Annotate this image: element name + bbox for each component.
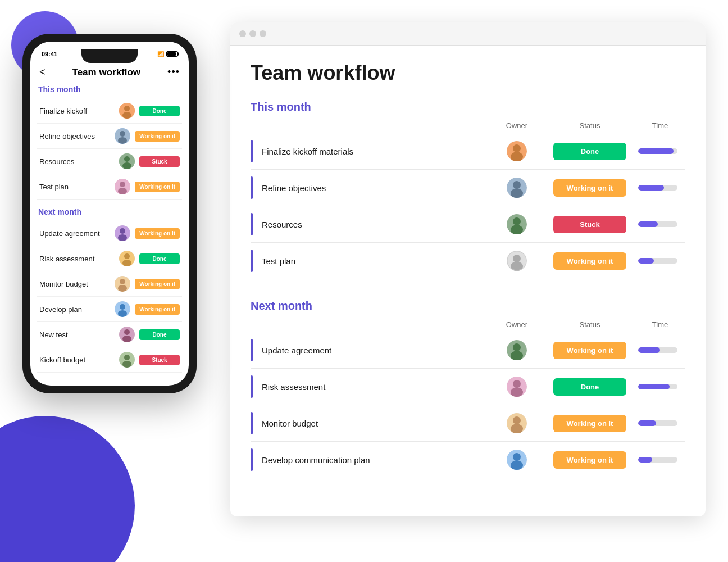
avatar <box>119 251 135 266</box>
next-month-table: Owner Status Time Update agreement <box>251 320 685 478</box>
list-item[interactable]: Resources Stuck <box>37 149 182 174</box>
task-name: New test <box>39 330 115 339</box>
owner-cell <box>489 413 545 433</box>
task-name: Resources <box>262 220 302 229</box>
status-badge: Working on it <box>553 342 626 359</box>
time-bar <box>638 148 677 154</box>
phone-status-icons: 📶 <box>157 51 178 57</box>
avatar <box>115 301 130 317</box>
col-owner-header: Owner <box>489 121 545 130</box>
time-cell <box>635 347 685 353</box>
list-item[interactable]: Kickoff budget Stuck <box>37 347 182 373</box>
time-cell <box>635 148 685 154</box>
svg-point-13 <box>120 228 125 234</box>
task-name-cell: Refine objectives <box>251 170 489 206</box>
status-badge: Working on it <box>135 131 180 142</box>
svg-point-37 <box>513 217 521 225</box>
table-row[interactable]: Risk assessment <box>251 369 685 405</box>
phone-wrapper: 09:41 📶 < Team workflow ••• <box>22 34 197 393</box>
svg-point-23 <box>118 310 127 317</box>
desktop-titlebar <box>230 22 706 46</box>
task-name-cell: Monitor budget <box>251 405 489 441</box>
avatar <box>115 276 130 292</box>
list-item[interactable]: Finalize kickoff Done <box>37 98 182 124</box>
list-item[interactable]: Test plan Working on it <box>37 174 182 200</box>
page-title: Team workflow <box>251 61 685 85</box>
table-row[interactable]: Test plan <box>251 243 685 279</box>
status-badge: Working on it <box>135 279 180 289</box>
task-name: Update agreement <box>39 229 110 238</box>
task-name: Test plan <box>39 183 110 191</box>
table-row[interactable]: Update agreement <box>251 332 685 369</box>
col-owner-header: Owner <box>489 320 545 329</box>
table-row[interactable]: Resources Stu <box>251 206 685 243</box>
phone-more-button[interactable]: ••• <box>167 66 180 78</box>
list-item[interactable]: Risk assessment Done <box>37 246 182 271</box>
time-bar <box>638 420 677 426</box>
task-name: Develop plan <box>39 305 110 314</box>
time-bar-fill <box>638 347 660 353</box>
table-header: Owner Status Time <box>251 320 685 332</box>
svg-point-4 <box>120 131 125 137</box>
desktop-this-month-label: This month <box>251 101 685 114</box>
task-name: Risk assessment <box>262 382 325 392</box>
task-name: Finalize kickoff <box>39 107 115 115</box>
time-bar-fill <box>638 258 654 264</box>
table-row[interactable]: Monitor budget <box>251 405 685 442</box>
svg-point-40 <box>513 255 521 262</box>
task-name-cell: Resources <box>251 206 489 242</box>
titlebar-dot-yellow <box>249 30 256 37</box>
time-bar-fill <box>638 384 670 389</box>
status-cell: Done <box>545 143 635 160</box>
phone-screen: 09:41 📶 < Team workflow ••• <box>30 42 189 386</box>
table-row[interactable]: Finalize kickoff materials <box>251 133 685 170</box>
owner-cell <box>489 178 545 198</box>
task-name: Update agreement <box>262 346 331 355</box>
svg-point-2 <box>122 112 131 119</box>
titlebar-dot-red <box>239 30 246 37</box>
avatar <box>119 352 135 368</box>
task-name-cell: Update agreement <box>251 332 489 368</box>
status-badge: Working on it <box>135 182 180 192</box>
phone-content: This month Finalize kickoff Done <box>30 85 189 373</box>
svg-point-50 <box>513 416 521 424</box>
avatar <box>115 225 130 241</box>
status-cell: Stuck <box>545 216 635 233</box>
svg-point-44 <box>513 343 521 351</box>
list-item[interactable]: Develop plan Working on it <box>37 297 182 322</box>
row-border <box>251 176 253 199</box>
svg-point-5 <box>118 137 127 144</box>
task-name-cell: Test plan <box>251 243 489 279</box>
col-task-header <box>260 121 489 130</box>
owner-cell <box>489 450 545 470</box>
status-badge: Working on it <box>135 228 180 239</box>
time-bar <box>638 185 677 191</box>
svg-point-28 <box>124 355 130 360</box>
wifi-icon: 📶 <box>157 51 164 57</box>
phone-back-button[interactable]: < <box>39 66 46 78</box>
row-border <box>251 448 253 471</box>
time-bar <box>638 384 677 389</box>
task-name-cell: Develop communication plan <box>251 442 489 478</box>
table-row[interactable]: Refine objectives <box>251 170 685 206</box>
svg-point-53 <box>513 453 521 461</box>
task-name: Monitor budget <box>39 280 110 288</box>
phone-device: 09:41 📶 < Team workflow ••• <box>22 34 197 393</box>
list-item[interactable]: Update agreement Working on it <box>37 221 182 246</box>
avatar <box>507 141 527 161</box>
svg-point-8 <box>122 162 131 169</box>
list-item[interactable]: Monitor budget Working on it <box>37 271 182 297</box>
col-status-header: Status <box>545 320 635 329</box>
list-item[interactable]: New test Done <box>37 322 182 347</box>
avatar <box>115 128 130 144</box>
time-bar-fill <box>638 457 652 463</box>
table-row[interactable]: Develop communication plan <box>251 442 685 478</box>
status-badge: Stuck <box>139 355 180 365</box>
row-border <box>251 375 253 398</box>
svg-point-1 <box>124 106 130 111</box>
row-border <box>251 213 253 235</box>
list-item[interactable]: Refine objectives Working on it <box>37 124 182 149</box>
time-cell <box>635 258 685 264</box>
time-cell <box>635 384 685 389</box>
status-badge: Working on it <box>135 304 180 315</box>
